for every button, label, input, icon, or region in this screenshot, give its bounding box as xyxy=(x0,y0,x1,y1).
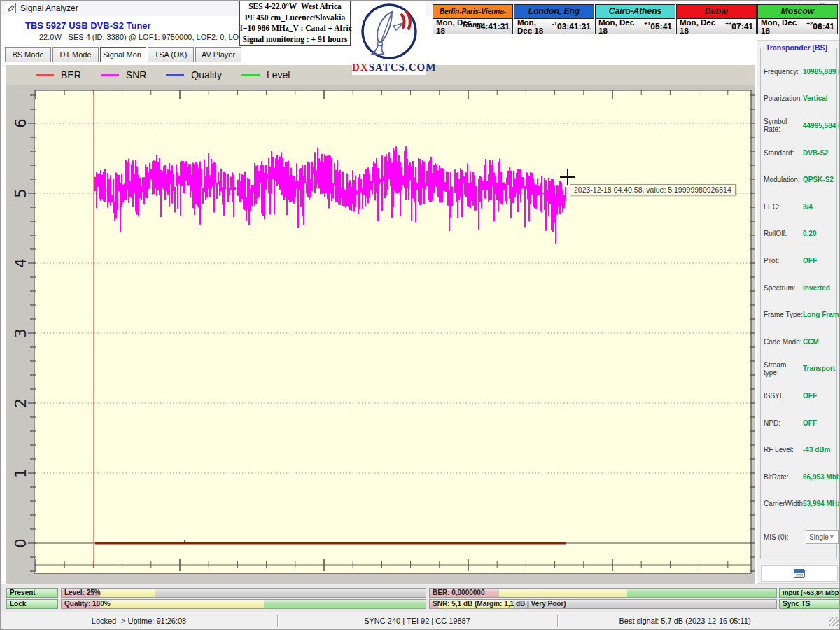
tp-value: Inverted xyxy=(803,284,830,292)
clock-body: Mon, Dec 18+206:41 xyxy=(757,19,838,34)
clock-utc-offset: +2 xyxy=(806,20,813,27)
statusbar-segment-1: Locked -> Uptime: 91:26:08 xyxy=(1,612,277,629)
svg-text:0: 0 xyxy=(13,538,29,547)
clock-2: London, EngMon, Dec 18-103:41:31 xyxy=(514,4,594,36)
clock-time: 03:41:31 xyxy=(557,22,591,31)
clock-city: London, Eng xyxy=(514,4,594,19)
statusbar-segment-3: Best signal: 5,7 dB (2023-12-16 05:11) xyxy=(557,612,813,629)
clock-date: Mon, Dec 18 xyxy=(761,18,804,35)
tp-value: QPSK-S2 xyxy=(803,176,834,183)
clock-body: Mon, Dec 18-103:41:31 xyxy=(514,19,594,34)
resize-grip[interactable] xyxy=(830,617,839,626)
tp-value: 66,953 Mbit/s xyxy=(803,473,840,481)
present-badge: Present xyxy=(6,588,58,598)
satellite-dish-icon xyxy=(357,2,421,61)
tab-tsa-ok[interactable]: TSA (OK) xyxy=(148,47,194,62)
chart-tooltip: 2023-12-18 04.40.58, value: 5,1999998092… xyxy=(570,184,736,195)
tp-value: 10985,889 MHz xyxy=(803,68,840,76)
signal-analyzer-window: Signal Analyzer ▢ ✕ TBS 5927 USB DVB-S2 … xyxy=(0,0,840,630)
tp-label: FEC: xyxy=(764,203,803,211)
tp-label: Code Mode: xyxy=(764,338,803,346)
mis-label: MIS (0): xyxy=(764,533,803,541)
tp-label: Pilot: xyxy=(764,257,803,265)
chevron-down-icon: ▼ xyxy=(829,533,835,540)
signal-chart[interactable]: 0123456 2023-12-18 04.40.58, value: 5,19… xyxy=(6,85,755,584)
tp-label: Stream type: xyxy=(764,361,803,377)
clock-body: Mon, Dec 1804:41:31 xyxy=(433,19,513,34)
meter-gloss xyxy=(62,589,426,597)
clock-body: Mon, Dec 18+105:41 xyxy=(595,19,676,34)
note-line-4: Signal monitoring : + 91 hours xyxy=(240,34,350,46)
tp-value: -43 dBm xyxy=(803,446,830,454)
clock-utc-offset: +1 xyxy=(644,20,650,27)
svg-text:1: 1 xyxy=(13,468,29,477)
note-line-1: SES 4-22.0°W_West Africa xyxy=(240,1,350,13)
tab-dt-mode[interactable]: DT Mode xyxy=(52,47,99,62)
legend-item-snr: SNR xyxy=(101,69,147,80)
legend-label: SNR xyxy=(126,69,147,80)
tp-value: 0.20 xyxy=(803,230,816,237)
tp-row-pilot: Pilot:OFF xyxy=(764,247,835,274)
crosshair-cursor xyxy=(560,169,575,185)
tp-label: RF Level: xyxy=(764,446,803,454)
clock-date: Mon, Dec 18 xyxy=(680,18,723,35)
lock-badge: Lock xyxy=(6,599,58,609)
transponder-groupbox: Transponder [BS] Frequency:10985,889 MHz… xyxy=(760,48,837,559)
tab-av-player[interactable]: AV Player xyxy=(195,47,241,62)
tp-value: Transport xyxy=(803,365,835,372)
tp-row-issyi: ISSYIOFF xyxy=(764,382,835,410)
chart-canvas[interactable]: 0123456 xyxy=(6,85,755,584)
clock-4: DubaiMon, Dec 18+307:41 xyxy=(676,4,757,36)
clock-3: Cairo-AthensMon, Dec 18+105:41 xyxy=(595,4,676,36)
clock-body: Mon, Dec 18+307:41 xyxy=(676,19,757,34)
statusbar-divider xyxy=(277,615,278,627)
tuner-name: TBS 5927 USB DVB-S2 Tuner xyxy=(25,20,151,31)
tp-row-bitrate: BitRate:66,953 Mbit/s xyxy=(764,463,835,491)
statusbar-divider xyxy=(557,615,558,627)
world-clocks: Berlin-Paris-Vienna-RomaMon, Dec 1804:41… xyxy=(433,4,839,36)
window-title: Signal Analyzer xyxy=(20,4,78,13)
statusbar-segment-2: SYNC 240 | TEI 92 | CC 19887 xyxy=(277,612,557,629)
tp-label: Frequency: xyxy=(764,68,803,76)
tp-label: Standard: xyxy=(764,149,803,157)
panel-action-button[interactable] xyxy=(761,565,838,582)
snr-label: SNR: 5,1 dB (Margin: 1,1 dB | Very Poor) xyxy=(433,600,566,608)
tp-label: RollOff: xyxy=(764,230,803,237)
legend-line-snr xyxy=(101,74,119,76)
clock-time: 04:41:31 xyxy=(476,22,510,31)
tp-value: OFF xyxy=(803,257,817,265)
tp-row-frame-type: Frame Type:Long Frame xyxy=(764,301,835,328)
logo-text: DXSATCS.COM xyxy=(352,62,426,74)
tp-value: DVB-S2 xyxy=(803,149,829,157)
clock-time: 07:41 xyxy=(732,22,753,31)
disk-icon xyxy=(794,569,805,578)
tp-value: OFF xyxy=(803,392,817,400)
tp-row-frequency: Frequency:10985,889 MHz xyxy=(764,58,835,85)
clock-city: Berlin-Paris-Vienna-Roma xyxy=(433,4,513,19)
legend-item-level: Level xyxy=(241,69,290,80)
legend-item-quality: Quality xyxy=(166,69,222,80)
legend-line-level xyxy=(241,74,260,76)
mis-dropdown[interactable]: Single ▼ xyxy=(806,530,839,544)
tp-value: Vertical xyxy=(803,94,828,102)
tp-value: Long Frame xyxy=(803,311,840,318)
level-meter: Level: 25% xyxy=(61,588,426,598)
clock-date: Mon, Dec 18 xyxy=(517,18,550,35)
note-line-2: PF 450 cm_Lucenec/Slovakia xyxy=(240,13,350,24)
tab-bs-mode[interactable]: BS Mode xyxy=(5,47,51,62)
monitoring-note: SES 4-22.0°W_West AfricaPF 450 cm_Lucene… xyxy=(239,0,351,46)
legend-item-ber: BER xyxy=(36,69,81,80)
note-line-3: f=10 986 MHz_V : Canal + Africa xyxy=(240,23,350,34)
app-icon xyxy=(6,3,16,13)
svg-text:5: 5 xyxy=(13,188,29,197)
clock-time: 05:41 xyxy=(650,22,672,31)
legend-label: BER xyxy=(61,69,81,80)
tp-value: 44995,584 KS/s xyxy=(803,122,840,130)
ber-meter: BER: 0,0000000 xyxy=(429,588,777,598)
status-bar: Locked -> Uptime: 91:26:08SYNC 240 | TEI… xyxy=(1,612,840,629)
tuner-details: 22.0W - SES 4 (ID: 3380) @ LOF1: 9750000… xyxy=(39,33,265,41)
tp-label: Symbol Rate: xyxy=(764,118,803,133)
tp-row-fec: FEC:3/4 xyxy=(764,193,835,220)
clock-utc-offset: -1 xyxy=(552,20,557,27)
tab-signal-mon[interactable]: Signal Mon. xyxy=(100,47,146,62)
